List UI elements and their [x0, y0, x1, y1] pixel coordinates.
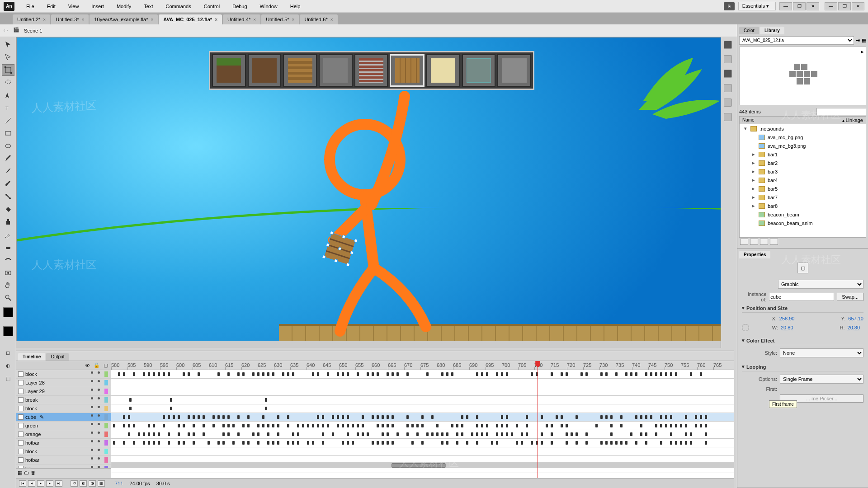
looping-header[interactable]: ▾ Looping — [742, 362, 863, 371]
tab-close-icon[interactable]: × — [215, 17, 217, 22]
current-frame[interactable]: 711 — [115, 481, 123, 486]
onion-skin-button[interactable]: ◐ — [80, 480, 87, 487]
layer-row[interactable]: break — [16, 396, 111, 404]
doc-tab[interactable]: Untitled-6*× — [300, 14, 337, 24]
option-3[interactable]: ⬚ — [2, 372, 14, 384]
layer-row[interactable]: Layer 28 — [16, 379, 111, 387]
library-item[interactable]: beacon_beam_anim — [740, 219, 866, 227]
minimize-button[interactable]: — — [779, 2, 792, 10]
layer-lock-toggle[interactable] — [98, 449, 100, 451]
tab-close-icon[interactable]: × — [82, 17, 85, 22]
close-window-button[interactable]: ✕ — [807, 2, 819, 10]
stroke-color-swatch[interactable] — [3, 307, 13, 317]
layer-color[interactable] — [104, 457, 108, 463]
pos-x[interactable]: 258.90 — [779, 316, 795, 321]
pencil-tool[interactable] — [2, 153, 14, 164]
layer-lock-toggle[interactable] — [98, 423, 100, 425]
tab-close-icon[interactable]: × — [330, 17, 333, 22]
lock-aspect-icon[interactable] — [742, 324, 749, 331]
line-tool[interactable] — [2, 115, 14, 127]
layer-lock-toggle[interactable] — [98, 414, 100, 417]
menu-debug[interactable]: Debug — [226, 2, 253, 11]
fill-color-swatch[interactable] — [3, 326, 13, 336]
preview-play-icon[interactable]: ▸ — [861, 49, 864, 55]
library-item[interactable]: beacon_beam — [740, 210, 866, 219]
tab-library[interactable]: Library — [760, 27, 784, 34]
snap-option[interactable]: ⊡ — [2, 347, 14, 359]
delete-layer-button[interactable]: 🗑 — [31, 470, 36, 477]
size-h[interactable]: 20.80 — [848, 325, 860, 330]
subselection-tool[interactable] — [2, 52, 14, 63]
aux-icon-4[interactable] — [724, 84, 732, 92]
menu-text[interactable]: Text — [137, 2, 159, 11]
width-tool[interactable] — [2, 254, 14, 266]
library-item[interactable]: ava_mc_bg.png — [740, 133, 866, 141]
library-item[interactable]: ▸bar7 — [740, 193, 866, 202]
onion-outline-button[interactable]: ◑ — [89, 480, 96, 487]
library-columns[interactable]: Name ▴ Linkage — [739, 116, 866, 124]
timeline-hscroll[interactable] — [111, 462, 734, 468]
free-transform-tool[interactable] — [2, 64, 14, 76]
layer-color[interactable] — [104, 440, 108, 446]
instance-type-select[interactable]: Graphic — [778, 280, 863, 289]
library-item[interactable]: ▸bar1 — [740, 150, 866, 159]
layer-visible-toggle[interactable] — [91, 397, 93, 399]
position-size-header[interactable]: ▾ Position and Size — [742, 304, 863, 313]
workspace-selector[interactable]: Essentials ▾ — [738, 2, 776, 10]
playhead[interactable] — [538, 361, 538, 478]
aux-icon-6[interactable] — [724, 113, 732, 121]
layer-color[interactable] — [104, 414, 108, 420]
library-item[interactable]: ▸bar8 — [740, 202, 866, 210]
lasso-tool[interactable] — [2, 77, 14, 89]
track[interactable] — [111, 430, 734, 439]
track[interactable] — [111, 387, 734, 396]
restore-button[interactable]: ❐ — [793, 2, 806, 10]
hand-tool[interactable] — [2, 279, 14, 291]
doc-tab[interactable]: Untitled-4*× — [223, 14, 260, 24]
aux-icon-1[interactable] — [724, 41, 732, 49]
lock-icon[interactable]: 🔒 — [94, 362, 100, 368]
library-search[interactable] — [816, 108, 866, 115]
bone-tool[interactable] — [2, 191, 14, 202]
zoom-tool[interactable] — [2, 292, 14, 304]
scene-name[interactable]: Scene 1 — [24, 28, 42, 33]
library-item[interactable]: ▾.notsounds — [740, 124, 866, 133]
menu-file[interactable]: File — [20, 2, 41, 11]
doc-tab[interactable]: 10yearAva_example.fla*× — [90, 14, 158, 24]
track[interactable] — [111, 396, 734, 404]
eraser-tool[interactable] — [2, 241, 14, 253]
text-tool[interactable]: T — [2, 102, 14, 114]
new-folder-button[interactable]: 🗀 — [24, 470, 29, 477]
layer-row[interactable]: block — [16, 447, 111, 456]
library-item[interactable]: ▸bar3 — [740, 167, 866, 176]
layer-visible-toggle[interactable] — [91, 440, 93, 442]
menu-view[interactable]: View — [62, 2, 85, 11]
layer-visible-toggle[interactable] — [91, 389, 93, 391]
tab-close-icon[interactable]: × — [151, 17, 153, 22]
pin-icon[interactable]: ⇥ — [856, 38, 860, 43]
layer-visible-toggle[interactable] — [91, 423, 93, 425]
layer-lock-toggle[interactable] — [98, 440, 100, 442]
eyedropper-tool[interactable] — [2, 229, 14, 240]
library-list[interactable]: ▾.notsoundsava_mc_bg.pngava_mc_bg3.png▸b… — [739, 124, 866, 237]
play-button[interactable]: ▸ — [37, 480, 44, 487]
tab-close-icon[interactable]: × — [292, 17, 295, 22]
aux-icon-2[interactable] — [724, 55, 732, 63]
step-back-button[interactable]: ◂ — [28, 480, 35, 487]
lib-new-folder[interactable] — [750, 239, 758, 245]
loop-button[interactable]: ⟲ — [71, 480, 78, 487]
library-item[interactable]: ▸bar4 — [740, 176, 866, 184]
layer-visible-toggle[interactable] — [91, 406, 93, 408]
instance-name-input[interactable] — [769, 293, 834, 301]
menu-edit[interactable]: Edit — [41, 2, 62, 11]
frame-ruler[interactable]: 5805855905956006056106156206256306356406… — [111, 361, 734, 370]
layer-visible-toggle[interactable] — [91, 380, 93, 382]
tab-close-icon[interactable]: × — [43, 17, 46, 22]
selection-tool[interactable] — [2, 39, 14, 51]
layer-row[interactable]: hotbar — [16, 439, 111, 447]
stage-hscrollbar[interactable] — [16, 341, 727, 348]
layer-row[interactable]: green — [16, 422, 111, 430]
doc-close-button[interactable]: ✕ — [852, 2, 864, 10]
looping-options-select[interactable]: Single Frame — [780, 375, 863, 384]
layer-color[interactable] — [104, 449, 108, 454]
